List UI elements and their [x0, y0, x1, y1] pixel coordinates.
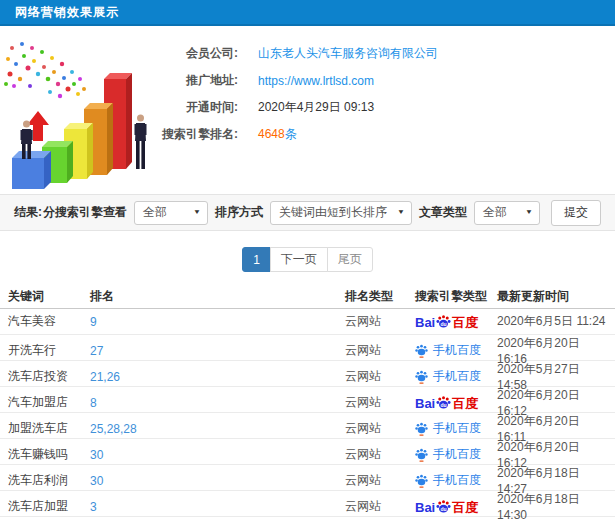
header-keyword: 关键词: [8, 288, 90, 305]
baidu-du-inner-text: du: [441, 321, 447, 327]
company-info-section: 会员公司: 山东老人头汽车服务咨询有限公司 推广地址: https://www.…: [0, 26, 615, 194]
info-row-url: 推广地址: https://www.lrtlsd.com: [160, 67, 615, 94]
baidu-paw-icon: du: [436, 395, 451, 410]
sort-filter-label: 排序方式: [215, 204, 263, 221]
filter-bar: 结果: 分搜索引擎查看 全部 ▼ 排序方式 关键词由短到长排序 ▼ 文章类型 全…: [0, 194, 615, 231]
baidu-paw-icon: du: [436, 314, 451, 329]
table-row: 汽车美容 9 云网站 Bai du 百度: [0, 309, 615, 335]
rank-link[interactable]: 3: [90, 500, 345, 514]
keyword-cell: 开洗车行: [8, 342, 90, 359]
engine-cell: Bai du 百度: [415, 368, 497, 385]
baidu-mobile-icon: 手机百度: [415, 420, 481, 437]
keyword-cell: 洗车店投资: [8, 368, 90, 385]
rank-link[interactable]: 27: [90, 344, 345, 358]
table-row: 加盟洗车店 25,28,28 云网站 Bai du 百度: [0, 413, 615, 439]
info-row-open-time: 开通时间: 2020年4月29日 09:13: [160, 94, 615, 121]
sort-filter-select[interactable]: 关键词由短到长排序 ▼: [270, 201, 412, 225]
header-engine-type: 搜索引擎类型: [415, 288, 497, 305]
baidu-du-text: 百度: [452, 316, 478, 329]
rank-type-cell: 云网站: [345, 498, 415, 515]
keyword-cell: 洗车店利润: [8, 472, 90, 489]
baidu-mobile-icon: 手机百度: [415, 446, 481, 463]
engine-cell: Bai du 百度: [415, 314, 497, 329]
company-label: 会员公司:: [160, 45, 238, 62]
update-time-cell: 2020年6月5日 11:24: [497, 313, 607, 330]
table-header-row: 关键词 排名 排名类型 搜索引擎类型 最新更新时间: [0, 284, 615, 309]
rank-link[interactable]: 30: [90, 474, 345, 488]
baidu-mobile-label: 手机百度: [433, 472, 481, 489]
rank-type-cell: 云网站: [345, 472, 415, 489]
next-page-button[interactable]: 下一页: [270, 247, 328, 272]
rank-link[interactable]: 21,26: [90, 370, 345, 384]
baidu-du-text: 百度: [452, 501, 478, 514]
rank-type-cell: 云网站: [345, 313, 415, 330]
keyword-cell: 洗车店加盟: [8, 498, 90, 515]
keyword-cell: 汽车加盟店: [8, 394, 90, 411]
company-name-link[interactable]: 山东老人头汽车服务咨询有限公司: [258, 45, 438, 62]
engine-cell: Bai du 百度: [415, 342, 497, 359]
article-type-label: 文章类型: [419, 204, 467, 221]
baidu-bai-text: Bai: [415, 397, 435, 410]
bar-blue: [12, 151, 51, 189]
baidu-du-inner-text: du: [441, 402, 447, 408]
rank-type-cell: 云网站: [345, 394, 415, 411]
table-row: 洗车店投资 21,26 云网站 Bai du 百度: [0, 361, 615, 387]
baidu-paw-icon: du: [436, 499, 451, 514]
info-row-company: 会员公司: 山东老人头汽车服务咨询有限公司: [160, 40, 615, 67]
mobile-paw-icon: [415, 474, 428, 488]
keyword-ranking-table: 关键词 排名 排名类型 搜索引擎类型 最新更新时间 汽车美容 9 云网站 Bai…: [0, 284, 615, 517]
header-rank-type: 排名类型: [345, 288, 415, 305]
rank-type-cell: 云网站: [345, 342, 415, 359]
submit-button[interactable]: 提交: [551, 200, 601, 226]
pagination: 1 下一页 尾页: [0, 247, 615, 272]
baidu-du-inner-text: du: [441, 506, 447, 512]
promotion-url-link[interactable]: https://www.lrtlsd.com: [258, 74, 374, 88]
mobile-paw-icon: [415, 344, 428, 358]
chevron-down-icon: ▼: [525, 209, 533, 216]
person-right: [135, 115, 147, 170]
engine-filter-label: 分搜索引擎查看: [43, 204, 127, 221]
baidu-pc-logo: Bai du 百度: [415, 499, 478, 514]
chevron-down-icon: ▼: [397, 209, 405, 216]
engine-cell: Bai du 百度: [415, 395, 497, 410]
last-page-button[interactable]: 尾页: [327, 247, 373, 272]
info-row-ranking-count: 搜索引擎排名: 4648条: [160, 121, 615, 148]
open-time-label: 开通时间:: [160, 99, 238, 116]
ranking-count-value: 4648: [258, 127, 285, 141]
header-rank: 排名: [90, 288, 345, 305]
page-title: 网络营销效果展示: [15, 4, 119, 21]
rank-type-cell: 云网站: [345, 420, 415, 437]
baidu-mobile-label: 手机百度: [433, 420, 481, 437]
rank-type-cell: 云网站: [345, 446, 415, 463]
table-row: 开洗车行 27 云网站 Bai du 百度: [0, 335, 615, 361]
mobile-paw-icon: [415, 370, 428, 384]
table-row: 汽车加盟店 8 云网站 Bai du 百度: [0, 387, 615, 413]
baidu-du-text: 百度: [452, 397, 478, 410]
baidu-pc-logo: Bai du 百度: [415, 395, 478, 410]
table-row: 洗车店加盟 3 云网站 Bai du 百度: [0, 491, 615, 517]
engine-cell: Bai du 百度: [415, 499, 497, 514]
mobile-paw-icon: [415, 448, 428, 462]
app-header: 网络营销效果展示: [0, 0, 615, 26]
header-update-time: 最新更新时间: [497, 288, 607, 305]
baidu-pc-logo: Bai du 百度: [415, 314, 478, 329]
keyword-cell: 加盟洗车店: [8, 420, 90, 437]
rank-link[interactable]: 9: [90, 315, 345, 329]
keyword-cell: 汽车美容: [8, 313, 90, 330]
engine-filter-select[interactable]: 全部 ▼: [134, 201, 208, 225]
table-body: 汽车美容 9 云网站 Bai du 百度: [0, 309, 615, 517]
chart-illustration: [0, 34, 160, 194]
company-info-rows: 会员公司: 山东老人头汽车服务咨询有限公司 推广地址: https://www.…: [160, 34, 615, 194]
article-type-select[interactable]: 全部 ▼: [474, 201, 540, 225]
rank-link[interactable]: 25,28,28: [90, 422, 345, 436]
rank-link[interactable]: 8: [90, 396, 345, 410]
result-label: 结果:: [14, 204, 42, 221]
confetti-dots: [4, 42, 86, 98]
promotion-url-label: 推广地址:: [160, 72, 238, 89]
rank-link[interactable]: 30: [90, 448, 345, 462]
engine-cell: Bai du 百度: [415, 472, 497, 489]
page-button-current[interactable]: 1: [242, 247, 271, 272]
update-time-cell: 2020年6月18日 14:30: [497, 491, 607, 520]
baidu-mobile-label: 手机百度: [433, 368, 481, 385]
baidu-mobile-label: 手机百度: [433, 342, 481, 359]
